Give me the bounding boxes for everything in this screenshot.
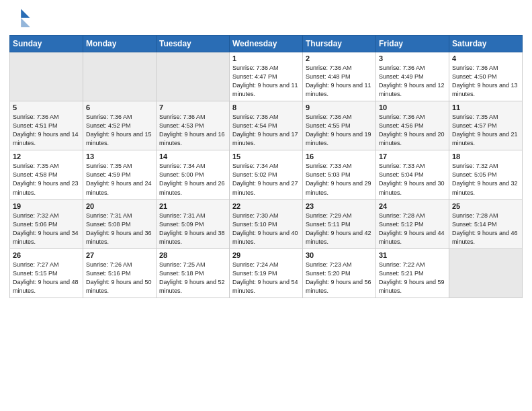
day-number: 7: [159, 103, 226, 111]
day-info: Sunrise: 7:28 AM Sunset: 5:14 PM Dayligh…: [452, 212, 519, 246]
day-info: Sunrise: 7:34 AM Sunset: 5:00 PM Dayligh…: [159, 162, 226, 197]
calendar-week-row: 12Sunrise: 7:35 AM Sunset: 4:58 PM Dayli…: [10, 150, 523, 199]
weekday-header-wednesday: Wednesday: [230, 36, 303, 52]
weekday-header-saturday: Saturday: [449, 36, 523, 52]
day-info: Sunrise: 7:28 AM Sunset: 5:12 PM Dayligh…: [379, 212, 446, 246]
logo: [9, 7, 32, 31]
day-number: 31: [379, 251, 446, 259]
calendar-cell: [83, 52, 157, 101]
day-number: 21: [159, 202, 226, 210]
day-number: 15: [232, 152, 300, 161]
day-number: 24: [379, 202, 446, 210]
day-info: Sunrise: 7:27 AM Sunset: 5:15 PM Dayligh…: [13, 261, 80, 295]
day-number: 17: [379, 152, 446, 161]
header: [9, 7, 523, 31]
day-number: 4: [452, 54, 519, 62]
day-info: Sunrise: 7:36 AM Sunset: 4:48 PM Dayligh…: [306, 64, 373, 99]
day-number: 22: [232, 202, 300, 210]
day-info: Sunrise: 7:35 AM Sunset: 4:58 PM Dayligh…: [13, 162, 80, 197]
day-number: 25: [452, 202, 519, 210]
calendar-cell: 1Sunrise: 7:36 AM Sunset: 4:47 PM Daylig…: [230, 52, 303, 101]
day-info: Sunrise: 7:36 AM Sunset: 4:50 PM Dayligh…: [452, 64, 519, 99]
day-info: Sunrise: 7:34 AM Sunset: 5:02 PM Dayligh…: [232, 162, 300, 197]
day-info: Sunrise: 7:25 AM Sunset: 5:18 PM Dayligh…: [159, 261, 226, 295]
calendar-cell: 24Sunrise: 7:28 AM Sunset: 5:12 PM Dayli…: [376, 199, 449, 248]
day-number: 11: [452, 103, 519, 111]
day-info: Sunrise: 7:22 AM Sunset: 5:21 PM Dayligh…: [379, 261, 446, 295]
day-info: Sunrise: 7:32 AM Sunset: 5:05 PM Dayligh…: [452, 162, 519, 197]
calendar-cell: 7Sunrise: 7:36 AM Sunset: 4:53 PM Daylig…: [157, 101, 230, 150]
calendar-cell: 3Sunrise: 7:36 AM Sunset: 4:49 PM Daylig…: [376, 52, 449, 101]
day-number: 26: [13, 251, 80, 259]
day-info: Sunrise: 7:29 AM Sunset: 5:11 PM Dayligh…: [306, 212, 373, 246]
calendar-cell: 10Sunrise: 7:36 AM Sunset: 4:56 PM Dayli…: [376, 101, 449, 150]
calendar-cell: 22Sunrise: 7:30 AM Sunset: 5:10 PM Dayli…: [230, 199, 303, 248]
calendar-cell: 19Sunrise: 7:32 AM Sunset: 5:06 PM Dayli…: [10, 199, 83, 248]
day-info: Sunrise: 7:36 AM Sunset: 4:47 PM Dayligh…: [232, 64, 300, 99]
calendar-cell: 26Sunrise: 7:27 AM Sunset: 5:15 PM Dayli…: [10, 248, 83, 298]
day-info: Sunrise: 7:36 AM Sunset: 4:52 PM Dayligh…: [86, 113, 153, 148]
day-number: 5: [13, 103, 80, 111]
day-info: Sunrise: 7:26 AM Sunset: 5:16 PM Dayligh…: [86, 261, 153, 295]
day-info: Sunrise: 7:32 AM Sunset: 5:06 PM Dayligh…: [13, 212, 80, 246]
day-info: Sunrise: 7:31 AM Sunset: 5:08 PM Dayligh…: [86, 212, 153, 246]
day-info: Sunrise: 7:36 AM Sunset: 4:54 PM Dayligh…: [232, 113, 300, 148]
calendar-cell: 15Sunrise: 7:34 AM Sunset: 5:02 PM Dayli…: [230, 150, 303, 199]
day-number: 27: [86, 251, 153, 259]
day-number: 16: [306, 152, 373, 161]
weekday-header-thursday: Thursday: [303, 36, 376, 52]
weekday-header-row: SundayMondayTuesdayWednesdayThursdayFrid…: [10, 36, 523, 52]
calendar-cell: 2Sunrise: 7:36 AM Sunset: 4:48 PM Daylig…: [303, 52, 376, 101]
calendar-cell: 11Sunrise: 7:35 AM Sunset: 4:57 PM Dayli…: [449, 101, 523, 150]
day-number: 13: [86, 152, 153, 161]
svg-rect-2: [11, 9, 21, 27]
day-info: Sunrise: 7:33 AM Sunset: 5:04 PM Dayligh…: [379, 162, 446, 197]
calendar-cell: 17Sunrise: 7:33 AM Sunset: 5:04 PM Dayli…: [376, 150, 449, 199]
logo-icon: [11, 7, 32, 28]
calendar-cell: 16Sunrise: 7:33 AM Sunset: 5:03 PM Dayli…: [303, 150, 376, 199]
calendar-cell: 21Sunrise: 7:31 AM Sunset: 5:09 PM Dayli…: [157, 199, 230, 248]
calendar-cell: 23Sunrise: 7:29 AM Sunset: 5:11 PM Dayli…: [303, 199, 376, 248]
calendar-cell: [449, 248, 523, 298]
day-number: 2: [306, 54, 373, 62]
calendar-cell: [10, 52, 83, 101]
calendar-cell: 28Sunrise: 7:25 AM Sunset: 5:18 PM Dayli…: [157, 248, 230, 298]
day-number: 9: [306, 103, 373, 111]
calendar-week-row: 1Sunrise: 7:36 AM Sunset: 4:47 PM Daylig…: [10, 52, 523, 101]
calendar-cell: 14Sunrise: 7:34 AM Sunset: 5:00 PM Dayli…: [157, 150, 230, 199]
day-number: 29: [232, 251, 300, 259]
day-info: Sunrise: 7:24 AM Sunset: 5:19 PM Dayligh…: [232, 261, 300, 295]
svg-marker-1: [21, 18, 30, 27]
weekday-header-friday: Friday: [376, 36, 449, 52]
calendar-week-row: 26Sunrise: 7:27 AM Sunset: 5:15 PM Dayli…: [10, 248, 523, 298]
day-number: 19: [13, 202, 80, 210]
calendar-week-row: 19Sunrise: 7:32 AM Sunset: 5:06 PM Dayli…: [10, 199, 523, 248]
calendar-cell: 18Sunrise: 7:32 AM Sunset: 5:05 PM Dayli…: [449, 150, 523, 199]
calendar-cell: 4Sunrise: 7:36 AM Sunset: 4:50 PM Daylig…: [449, 52, 523, 101]
calendar-cell: 12Sunrise: 7:35 AM Sunset: 4:58 PM Dayli…: [10, 150, 83, 199]
day-number: 1: [232, 54, 300, 62]
day-number: 3: [379, 54, 446, 62]
calendar-cell: 27Sunrise: 7:26 AM Sunset: 5:16 PM Dayli…: [83, 248, 157, 298]
day-info: Sunrise: 7:31 AM Sunset: 5:09 PM Dayligh…: [159, 212, 226, 246]
day-info: Sunrise: 7:36 AM Sunset: 4:51 PM Dayligh…: [13, 113, 80, 148]
day-info: Sunrise: 7:36 AM Sunset: 4:49 PM Dayligh…: [379, 64, 446, 99]
day-info: Sunrise: 7:33 AM Sunset: 5:03 PM Dayligh…: [306, 162, 373, 197]
day-number: 10: [379, 103, 446, 111]
day-info: Sunrise: 7:36 AM Sunset: 4:53 PM Dayligh…: [159, 113, 226, 148]
day-number: 23: [306, 202, 373, 210]
calendar-cell: [157, 52, 230, 101]
day-info: Sunrise: 7:36 AM Sunset: 4:55 PM Dayligh…: [306, 113, 373, 148]
day-number: 30: [306, 251, 373, 259]
day-number: 8: [232, 103, 300, 111]
calendar: SundayMondayTuesdayWednesdayThursdayFrid…: [9, 35, 523, 298]
calendar-cell: 29Sunrise: 7:24 AM Sunset: 5:19 PM Dayli…: [230, 248, 303, 298]
page: SundayMondayTuesdayWednesdayThursdayFrid…: [0, 0, 532, 411]
calendar-cell: 25Sunrise: 7:28 AM Sunset: 5:14 PM Dayli…: [449, 199, 523, 248]
svg-marker-0: [21, 9, 30, 17]
day-number: 28: [159, 251, 226, 259]
day-number: 12: [13, 152, 80, 161]
calendar-cell: 9Sunrise: 7:36 AM Sunset: 4:55 PM Daylig…: [303, 101, 376, 150]
calendar-cell: 30Sunrise: 7:23 AM Sunset: 5:20 PM Dayli…: [303, 248, 376, 298]
day-number: 18: [452, 152, 519, 161]
